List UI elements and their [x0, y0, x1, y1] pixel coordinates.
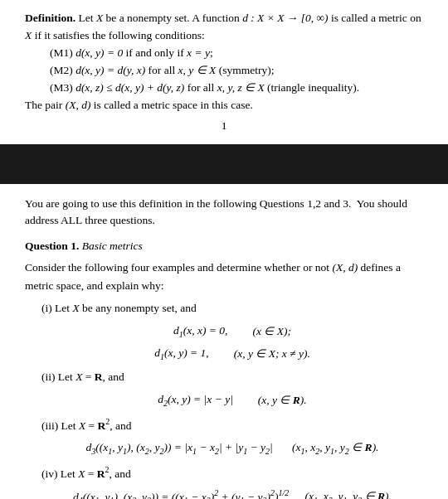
page-number: 1	[222, 119, 227, 132]
d3-equation: d3((x1, y1), (x2, y2)) = |x1 − x2| + |y1…	[41, 438, 423, 458]
d1-equation2: d1(x, y) = 1, (x, y ∈ X; x ≠ y).	[41, 344, 423, 364]
q1-subtitle: Basic metrics	[82, 240, 143, 252]
part-iii: (iii) Let X = R2, and d3((x1, y1), (x2, …	[25, 415, 423, 458]
d2-cond: (x, y ∈ R).	[258, 391, 307, 409]
part-iv-label: (iv) Let X = R2, and	[41, 463, 423, 482]
part-iv: (iv) Let X = R2, and d4((x1, y1), (x2, y…	[25, 463, 423, 499]
question1-body: Consider the following four examples and…	[25, 259, 423, 499]
definition-block: Definition. Let X be a nonempty set. A f…	[25, 10, 423, 114]
dark-divider-bar	[0, 144, 448, 184]
page: Definition. Let X be a nonempty set. A f…	[0, 0, 448, 499]
axiom-m1: (M1) d(x, y) = 0 if and only if x = y;	[25, 45, 423, 62]
part-ii-label: (ii) Let X = R, and	[41, 368, 423, 386]
part-iii-label: (iii) Let X = R2, and	[41, 415, 423, 434]
definition-line2: X if it satisfies the following conditio…	[25, 27, 423, 45]
bottom-section: You are going to use this definition in …	[0, 184, 448, 499]
intro-paragraph: You are going to use this definition in …	[25, 196, 423, 230]
d1-eq2: d1(x, y) = 1,	[154, 344, 208, 364]
page-number-area: 1	[25, 114, 423, 136]
d1-cond2: (x, y ∈ X; x ≠ y).	[234, 345, 310, 363]
question1-title: Question 1. Basic metrics	[25, 238, 423, 255]
part-ii: (ii) Let X = R, and d2(x, y) = |x − y| (…	[25, 368, 423, 409]
part-i: (i) Let X be any nonempty set, and d1(x,…	[25, 299, 423, 363]
d2-equation: d2(x, y) = |x − y| (x, y ∈ R).	[41, 390, 423, 410]
definition-label: Definition.	[25, 12, 75, 24]
q1-label: Question 1.	[25, 240, 79, 252]
axiom-m3: (M3) d(x, z) ≤ d(x, y) + d(y, z) for all…	[25, 80, 423, 97]
top-section: Definition. Let X be a nonempty set. A f…	[0, 0, 448, 144]
d1-eq1: d1(x, x) = 0,	[173, 322, 227, 342]
definition-line1: Definition. Let X be a nonempty set. A f…	[25, 10, 423, 27]
axiom-m2: (M2) d(x, y) = d(y, x) for all x, y ∈ X …	[25, 62, 423, 80]
d4-equation: d4((x1, y1), (x2, y2)) = ((x1 − x2)2 + (…	[41, 487, 423, 499]
pair-definition: The pair (X, d) is called a metric space…	[25, 97, 423, 114]
part-i-label: (i) Let X be any nonempty set, and	[41, 299, 423, 317]
q1-description: Consider the following four examples and…	[25, 259, 423, 294]
d2-eq: d2(x, y) = |x − y|	[158, 390, 233, 410]
d1-cond1: (x ∈ X);	[252, 322, 290, 341]
d1-equation1: d1(x, x) = 0, (x ∈ X);	[41, 322, 423, 342]
